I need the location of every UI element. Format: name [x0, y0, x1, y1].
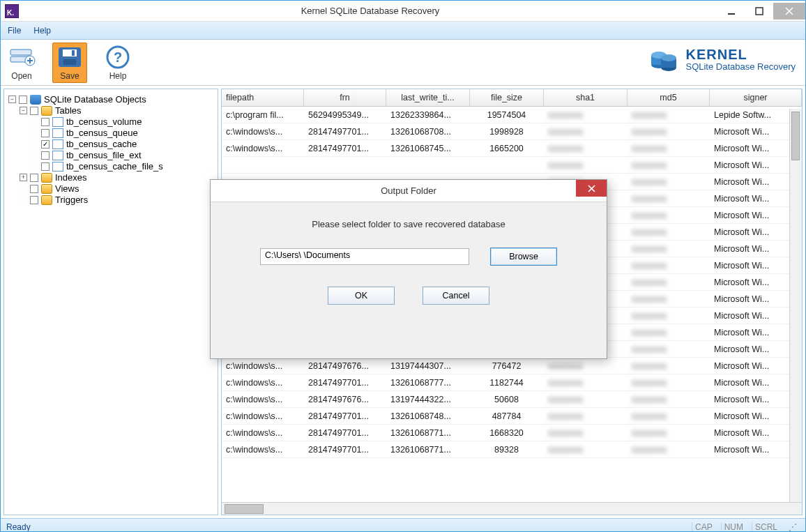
cell: 13197444322... — [386, 393, 470, 406]
cell: xxxxxxxx — [628, 208, 710, 222]
tree-item[interactable]: tb_census_queue — [66, 128, 138, 138]
database-icon — [30, 95, 41, 105]
cell: xxxxxxxx — [628, 292, 710, 306]
tree-item[interactable]: tb_census_cache_file_s — [66, 161, 163, 172]
table-icon — [52, 117, 63, 127]
checkbox[interactable] — [41, 162, 50, 171]
col-last-write[interactable]: last_write_ti... — [386, 89, 470, 106]
checkbox[interactable] — [30, 107, 38, 115]
cell: xxxxxxxx — [544, 108, 628, 122]
checkbox[interactable] — [30, 174, 38, 182]
cell: 28147497701... — [304, 142, 386, 155]
cell: 89328 — [470, 443, 544, 457]
checkbox[interactable] — [41, 151, 50, 160]
output-path-input[interactable]: C:\Users\ \Documents — [260, 248, 469, 265]
tree-panel[interactable]: − SQLite Database Objects − Tables — [3, 89, 218, 515]
cell: 776472 — [470, 359, 544, 373]
resize-grip-icon[interactable]: ⋰ — [786, 522, 800, 532]
table-row[interactable]: c:\windows\s...28147497701...13261068745… — [222, 140, 802, 157]
cell: xxxxxxxx — [628, 158, 710, 172]
table-icon — [52, 151, 63, 160]
menu-help[interactable]: Help — [33, 26, 51, 36]
cell: 28147497676... — [304, 359, 386, 373]
table-row[interactable]: c:\windows\s...28147497701...13261068777… — [222, 374, 802, 391]
table-row[interactable]: xxxxxxxxxxxxxxxxMicrosoft Wi... — [222, 157, 802, 174]
tree-root[interactable]: SQLite Database Objects — [44, 94, 146, 105]
status-cap: CAP — [692, 522, 715, 532]
cell: 19574504 — [470, 108, 544, 122]
table-row[interactable]: c:\windows\s...28147497701...13261068708… — [222, 123, 802, 140]
app-icon: K. — [5, 4, 19, 18]
close-button[interactable] — [773, 3, 805, 20]
cell: Microsoft Wi... — [710, 259, 802, 273]
window-title: Kernel SQLite Database Recovery — [23, 6, 717, 16]
table-row[interactable]: c:\windows\s...28147497676...13197444322… — [222, 391, 802, 408]
collapse-icon[interactable]: − — [20, 107, 27, 114]
table-row[interactable]: c:\windows\s...28147497701...13261068771… — [222, 425, 802, 441]
table-row[interactable]: c:\windows\s...28147497701...13261068771… — [222, 441, 802, 458]
tree-item[interactable]: tb_census_volume — [66, 116, 142, 127]
tree-tables[interactable]: Tables — [55, 105, 82, 116]
col-filepath[interactable]: filepath — [222, 89, 304, 106]
table-row[interactable]: c:\program fil...56294995349...132623398… — [222, 107, 802, 123]
save-button[interactable]: Save — [52, 43, 87, 83]
dialog-titlebar[interactable]: Output Folder — [211, 180, 607, 202]
cell: 28147497701... — [304, 426, 386, 440]
dialog-close-button[interactable] — [576, 180, 607, 197]
cell: 487784 — [470, 409, 544, 423]
cell: c:\windows\s... — [222, 142, 304, 155]
open-button[interactable]: Open — [8, 45, 36, 81]
checkbox[interactable] — [41, 129, 50, 137]
cell: xxxxxxxx — [544, 376, 628, 390]
cell: xxxxxxxx — [628, 376, 710, 390]
col-sha1[interactable]: sha1 — [544, 89, 628, 106]
menu-file[interactable]: File — [8, 26, 21, 36]
checkbox[interactable] — [30, 185, 38, 193]
help-button[interactable]: ? Help — [104, 45, 132, 81]
tree-item[interactable]: tb_census_file_ext — [66, 150, 142, 160]
cell: Microsoft Wi... — [710, 175, 802, 189]
checkbox[interactable] — [41, 118, 50, 126]
checkbox[interactable] — [19, 96, 27, 104]
cell: xxxxxxxx — [628, 326, 710, 340]
cell: xxxxxxxx — [544, 142, 628, 155]
cell: c:\windows\s... — [222, 125, 304, 139]
tree-indexes[interactable]: Indexes — [55, 172, 87, 183]
brand-sub: SQLite Database Recovery — [685, 62, 796, 72]
cell — [386, 163, 470, 167]
expand-icon[interactable]: + — [20, 174, 27, 181]
col-file-size[interactable]: file_size — [470, 89, 544, 106]
ok-button[interactable]: OK — [328, 287, 395, 305]
cell: xxxxxxxx — [628, 225, 710, 239]
cell: Microsoft Wi... — [710, 225, 802, 239]
col-signer[interactable]: signer — [710, 89, 802, 106]
table-row[interactable]: c:\windows\s...28147497676...13197444307… — [222, 358, 802, 374]
checkbox[interactable] — [41, 140, 50, 149]
cell: 1665200 — [470, 142, 544, 155]
svg-rect-12 — [72, 50, 75, 56]
tree-triggers[interactable]: Triggers — [55, 195, 88, 205]
vertical-scrollbar[interactable] — [789, 109, 802, 502]
table-row[interactable]: c:\windows\s...28147497701...13261068748… — [222, 408, 802, 425]
cell — [222, 163, 304, 167]
table-icon — [52, 139, 63, 149]
col-md5[interactable]: md5 — [628, 89, 710, 106]
collapse-icon[interactable]: − — [8, 96, 16, 103]
horizontal-scrollbar[interactable] — [222, 502, 802, 515]
browse-button[interactable]: Browse — [490, 248, 557, 266]
cell: Microsoft Wi... — [710, 192, 802, 206]
checkbox[interactable] — [30, 196, 38, 204]
cell: 1668320 — [470, 426, 544, 440]
cancel-button[interactable]: Cancel — [423, 287, 489, 305]
tree-views[interactable]: Views — [55, 183, 79, 194]
minimize-button[interactable] — [717, 3, 745, 20]
cell: xxxxxxxx — [628, 125, 710, 139]
titlebar: K. Kernel SQLite Database Recovery — [1, 1, 805, 22]
svg-rect-11 — [63, 59, 76, 65]
col-frn[interactable]: frn — [304, 89, 386, 106]
folder-icon — [41, 173, 52, 183]
maximize-button[interactable] — [745, 3, 773, 20]
cell: 28147497676... — [304, 393, 386, 406]
cell: 13261068771... — [386, 426, 470, 440]
tree-item[interactable]: tb_census_cache — [66, 139, 137, 149]
